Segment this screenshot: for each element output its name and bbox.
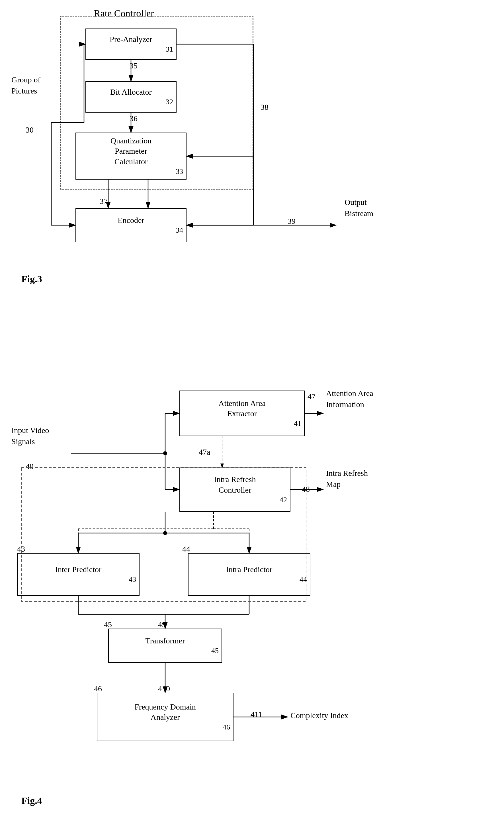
attention-area-info-label: Attention Area Information xyxy=(326,388,373,410)
complexity-index-label: Complexity Index xyxy=(290,710,348,721)
arrow-38-label: 38 xyxy=(261,103,269,112)
arrow-411-label: 411 xyxy=(251,710,262,719)
arrow-48-label: 48 xyxy=(302,485,310,494)
input-num-label: 40 xyxy=(26,462,34,471)
transformer-box: Transformer 45 xyxy=(108,629,222,663)
qp-calculator-box: Quantization Parameter Calculator 33 xyxy=(75,132,187,179)
arrow-37-label: 37 xyxy=(100,197,108,206)
fig3-label: Fig.3 xyxy=(21,274,42,285)
svg-point-18 xyxy=(163,451,167,455)
arrow-36-label: 36 xyxy=(130,114,138,123)
arrow-410-label: 410 xyxy=(158,684,170,693)
arrow-44-label: 44 xyxy=(182,544,190,553)
group-of-pictures-label: Group of Pictures xyxy=(11,74,40,96)
arrow-49-label: 49 xyxy=(158,620,166,629)
fig4-label: Fig.4 xyxy=(21,795,42,806)
attention-extractor-box: Attention Area Extractor 41 xyxy=(179,391,305,436)
inter-predictor-box: Inter Predictor 43 xyxy=(17,553,140,596)
arrow-45-label: 45 xyxy=(104,620,112,629)
arrow-35-label: 35 xyxy=(130,61,138,70)
pre-analyzer-box: Pre-Analyzer 31 xyxy=(85,28,177,60)
gop-number: 30 xyxy=(26,125,34,134)
input-video-label: Input Video Signals xyxy=(11,425,49,447)
svg-point-24 xyxy=(163,531,167,535)
arrow-47-label: 47 xyxy=(308,392,315,401)
encoder-box: Encoder 34 xyxy=(75,208,187,242)
output-bistream-label: Output Bistream xyxy=(345,197,373,219)
arrow-46-label: 46 xyxy=(94,684,102,693)
intra-refresh-map-label: Intra Refresh Map xyxy=(326,467,368,490)
intra-predictor-box: Intra Predictor 44 xyxy=(188,553,310,596)
bit-allocator-box: Bit Allocator 32 xyxy=(85,81,177,113)
arrow-43-label: 43 xyxy=(17,544,25,553)
diagram-container: Rate Controller Pre-Analyzer 31 Bit Allo… xyxy=(0,0,504,819)
intra-refresh-ctrl-box: Intra Refresh Controller 42 xyxy=(179,467,290,512)
freq-domain-analyzer-box: Frequency Domain Analyzer 46 xyxy=(97,693,233,741)
arrow-47a-label: 47a xyxy=(199,448,210,457)
arrow-39-label: 39 xyxy=(288,217,296,226)
